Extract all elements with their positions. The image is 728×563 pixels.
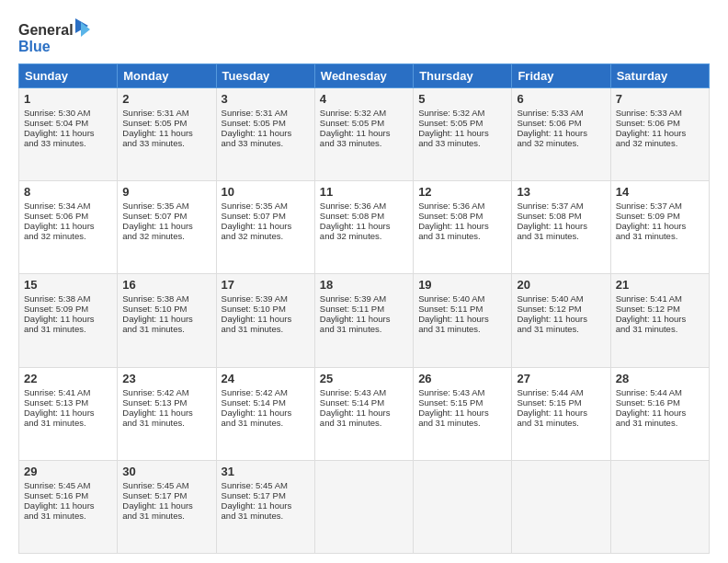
- calendar-cell: 25Sunrise: 5:43 AMSunset: 5:14 PMDayligh…: [314, 367, 413, 460]
- cell-info: Sunset: 5:05 PM: [320, 118, 408, 128]
- cell-info: Sunrise: 5:45 AM: [24, 480, 112, 490]
- day-number: 18: [320, 278, 408, 292]
- header-monday: Monday: [118, 64, 216, 88]
- calendar-cell: 3Sunrise: 5:31 AMSunset: 5:05 PMDaylight…: [216, 88, 314, 181]
- calendar-cell: [610, 460, 709, 553]
- calendar-table: SundayMondayTuesdayWednesdayThursdayFrid…: [18, 63, 710, 554]
- day-number: 28: [616, 372, 704, 385]
- cell-info: and 31 minutes.: [616, 324, 704, 334]
- cell-info: Sunset: 5:15 PM: [517, 397, 605, 408]
- day-number: 11: [320, 185, 408, 199]
- cell-info: Daylight: 11 hours: [122, 128, 210, 138]
- cell-info: Daylight: 11 hours: [320, 408, 408, 418]
- cell-info: Sunrise: 5:39 AM: [222, 293, 310, 304]
- cell-info: Daylight: 11 hours: [320, 221, 408, 231]
- cell-info: Sunrise: 5:45 AM: [222, 480, 310, 490]
- header-saturday: Saturday: [610, 64, 709, 88]
- cell-info: and 31 minutes.: [616, 418, 704, 428]
- cell-info: and 31 minutes.: [418, 231, 506, 241]
- cell-info: Sunrise: 5:32 AM: [418, 108, 506, 118]
- calendar-cell: 29Sunrise: 5:45 AMSunset: 5:16 PMDayligh…: [19, 460, 118, 553]
- cell-info: Daylight: 11 hours: [517, 408, 605, 418]
- cell-info: Sunrise: 5:31 AM: [222, 108, 310, 118]
- week-row-2: 8Sunrise: 5:34 AMSunset: 5:06 PMDaylight…: [19, 181, 710, 274]
- cell-info: Daylight: 11 hours: [616, 314, 704, 324]
- day-number: 12: [418, 185, 506, 199]
- cell-info: and 33 minutes.: [222, 138, 310, 148]
- day-number: 14: [616, 185, 704, 199]
- cell-info: Sunset: 5:13 PM: [24, 397, 112, 408]
- day-number: 16: [122, 278, 210, 292]
- cell-info: and 32 minutes.: [320, 231, 408, 241]
- cell-info: and 31 minutes.: [122, 418, 210, 428]
- day-number: 24: [222, 372, 310, 385]
- cell-info: Sunrise: 5:43 AM: [418, 387, 506, 397]
- day-number: 7: [616, 92, 704, 106]
- header-friday: Friday: [512, 64, 610, 88]
- cell-info: Daylight: 11 hours: [517, 128, 605, 138]
- calendar-cell: 17Sunrise: 5:39 AMSunset: 5:10 PMDayligh…: [216, 274, 314, 367]
- day-number: 26: [418, 372, 506, 385]
- cell-info: Daylight: 11 hours: [24, 500, 112, 511]
- cell-info: Daylight: 11 hours: [418, 408, 506, 418]
- page: GeneralBlue SundayMondayTuesdayWednesday…: [0, 0, 728, 563]
- day-number: 5: [418, 92, 506, 106]
- cell-info: and 31 minutes.: [418, 418, 506, 428]
- cell-info: Daylight: 11 hours: [222, 408, 310, 418]
- week-row-5: 29Sunrise: 5:45 AMSunset: 5:16 PMDayligh…: [19, 460, 710, 553]
- cell-info: Sunset: 5:06 PM: [517, 118, 605, 128]
- cell-info: Daylight: 11 hours: [222, 221, 310, 231]
- calendar-cell: 27Sunrise: 5:44 AMSunset: 5:15 PMDayligh…: [512, 367, 610, 460]
- calendar-cell: 10Sunrise: 5:35 AMSunset: 5:07 PMDayligh…: [216, 181, 314, 274]
- day-number: 19: [418, 278, 506, 292]
- cell-info: Sunrise: 5:35 AM: [122, 201, 210, 211]
- calendar-cell: 9Sunrise: 5:35 AMSunset: 5:07 PMDaylight…: [118, 181, 216, 274]
- calendar-cell: 26Sunrise: 5:43 AMSunset: 5:15 PMDayligh…: [414, 367, 512, 460]
- calendar-cell: [314, 460, 413, 553]
- cell-info: Sunrise: 5:44 AM: [517, 387, 605, 397]
- cell-info: Daylight: 11 hours: [122, 408, 210, 418]
- cell-info: Sunrise: 5:38 AM: [122, 293, 210, 304]
- calendar-cell: 24Sunrise: 5:42 AMSunset: 5:14 PMDayligh…: [216, 367, 314, 460]
- svg-text:Blue: Blue: [18, 39, 51, 54]
- cell-info: and 31 minutes.: [122, 324, 210, 334]
- calendar-cell: [512, 460, 610, 553]
- calendar-cell: 14Sunrise: 5:37 AMSunset: 5:09 PMDayligh…: [610, 181, 709, 274]
- cell-info: and 31 minutes.: [24, 511, 112, 521]
- week-row-4: 22Sunrise: 5:41 AMSunset: 5:13 PMDayligh…: [19, 367, 710, 460]
- cell-info: Daylight: 11 hours: [122, 221, 210, 231]
- cell-info: Sunset: 5:17 PM: [122, 490, 210, 500]
- day-number: 27: [517, 372, 605, 385]
- cell-info: Daylight: 11 hours: [222, 314, 310, 324]
- cell-info: Sunset: 5:07 PM: [122, 211, 210, 221]
- cell-info: Sunrise: 5:33 AM: [616, 108, 704, 118]
- cell-info: Sunrise: 5:30 AM: [24, 108, 112, 118]
- cell-info: Sunset: 5:11 PM: [320, 304, 408, 314]
- calendar-cell: 4Sunrise: 5:32 AMSunset: 5:05 PMDaylight…: [314, 88, 413, 181]
- calendar-cell: 16Sunrise: 5:38 AMSunset: 5:10 PMDayligh…: [118, 274, 216, 367]
- week-row-1: 1Sunrise: 5:30 AMSunset: 5:04 PMDaylight…: [19, 88, 710, 181]
- cell-info: and 31 minutes.: [517, 418, 605, 428]
- cell-info: and 32 minutes.: [517, 138, 605, 148]
- cell-info: Daylight: 11 hours: [122, 314, 210, 324]
- calendar-cell: 31Sunrise: 5:45 AMSunset: 5:17 PMDayligh…: [216, 460, 314, 553]
- cell-info: and 31 minutes.: [517, 324, 605, 334]
- cell-info: and 31 minutes.: [222, 324, 310, 334]
- cell-info: Sunset: 5:07 PM: [222, 211, 310, 221]
- cell-info: Daylight: 11 hours: [517, 314, 605, 324]
- day-number: 3: [222, 92, 310, 106]
- cell-info: Sunset: 5:14 PM: [222, 397, 310, 408]
- cell-info: Sunrise: 5:37 AM: [517, 201, 605, 211]
- cell-info: and 31 minutes.: [517, 231, 605, 241]
- cell-info: Sunset: 5:15 PM: [418, 397, 506, 408]
- header-row: SundayMondayTuesdayWednesdayThursdayFrid…: [19, 64, 710, 88]
- header-wednesday: Wednesday: [314, 64, 413, 88]
- cell-info: Sunrise: 5:37 AM: [616, 201, 704, 211]
- cell-info: Sunset: 5:04 PM: [24, 118, 112, 128]
- cell-info: Sunset: 5:05 PM: [418, 118, 506, 128]
- cell-info: and 31 minutes.: [122, 511, 210, 521]
- cell-info: Daylight: 11 hours: [517, 221, 605, 231]
- cell-info: and 31 minutes.: [616, 231, 704, 241]
- svg-text:General: General: [18, 22, 74, 38]
- cell-info: and 33 minutes.: [418, 138, 506, 148]
